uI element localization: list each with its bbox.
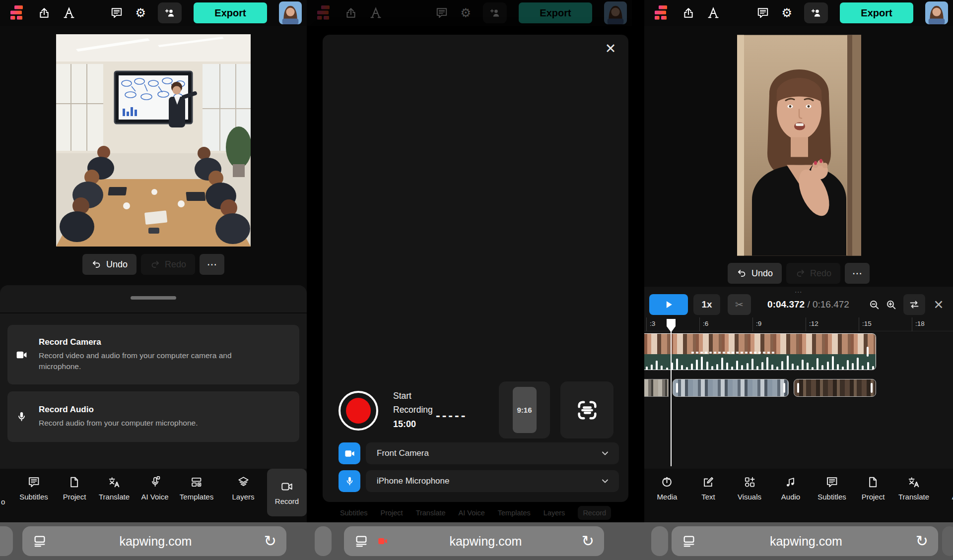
split-scissors-button[interactable]: ✂: [728, 294, 751, 315]
export-button[interactable]: Export: [840, 2, 913, 23]
teleprompter-script-button[interactable]: [560, 381, 613, 438]
camera-icon: [344, 448, 355, 459]
profile-avatar[interactable]: [279, 1, 302, 24]
toolbar-item-ai-voice[interactable]: AI Voice: [141, 476, 168, 501]
close-modal-button[interactable]: ✕: [601, 39, 620, 59]
address-bar[interactable]: kapwing.com ↻: [672, 526, 938, 556]
right-trim-handle[interactable]: [867, 347, 869, 357]
layers-icon: [237, 476, 250, 489]
toolbar-item-layers[interactable]: Layers: [232, 476, 254, 501]
more-options-button[interactable]: ⋯: [200, 254, 224, 275]
comments-icon[interactable]: [110, 6, 123, 19]
add-collaborator-button[interactable]: [158, 2, 182, 23]
font-style-icon[interactable]: [63, 6, 75, 19]
settings-gear-icon[interactable]: ⚙: [781, 7, 792, 19]
adjacent-tab-sliver[interactable]: [315, 526, 332, 556]
redo-button[interactable]: Redo: [141, 254, 195, 275]
toolbar-item-translate[interactable]: Translate: [99, 476, 130, 501]
playhead-line[interactable]: [671, 320, 672, 466]
redo-icon: [795, 268, 806, 279]
video-preview-canvas[interactable]: [737, 35, 861, 256]
profile-avatar[interactable]: [925, 1, 948, 24]
record-camera-option[interactable]: Record Camera Record video and audio fro…: [7, 325, 299, 384]
toolbar-partial-label[interactable]: o: [1, 498, 5, 506]
clip-walking-selected[interactable]: [673, 379, 789, 397]
export-button[interactable]: Export: [194, 2, 267, 23]
ruler-tick-label: :12: [809, 320, 818, 327]
toolbar-item-visuals[interactable]: Visuals: [738, 476, 761, 501]
undo-button[interactable]: Undo: [728, 263, 782, 284]
right-trim-handle[interactable]: [871, 383, 873, 393]
left-trim-handle[interactable]: [676, 383, 678, 393]
left-trim-handle[interactable]: [797, 383, 799, 393]
video-preview-canvas[interactable]: [56, 34, 251, 247]
address-bar[interactable]: kapwing.com ↻: [344, 526, 604, 556]
microphone-select[interactable]: iPhone Microphone: [366, 470, 619, 492]
zoom-in-button[interactable]: [883, 294, 899, 315]
toolbar-item-project[interactable]: Project: [862, 476, 885, 501]
app-header: ⚙ Export: [0, 0, 307, 26]
video-clip-selected[interactable]: [644, 333, 876, 370]
timeline-ruler[interactable]: :3 :6 :9 :12 :15 :18: [644, 317, 953, 331]
redo-button[interactable]: Redo: [786, 263, 840, 284]
toolbar-label: Subtitles: [817, 493, 846, 501]
chevron-down-icon: [600, 476, 610, 486]
right-trim-handle[interactable]: [783, 383, 785, 393]
sheet-drag-handle[interactable]: [131, 296, 176, 300]
toolbar-item-subtitles[interactable]: Subtitles: [19, 476, 48, 501]
comments-icon[interactable]: [756, 6, 769, 19]
toolbar-item-project[interactable]: Project: [63, 476, 86, 501]
upload-icon[interactable]: [682, 6, 695, 19]
current-time: 0:04.372: [767, 299, 805, 310]
reload-icon[interactable]: ↻: [582, 534, 594, 549]
toolbar-item-media[interactable]: Media: [657, 476, 678, 501]
toolbar-item-text[interactable]: Text: [701, 476, 715, 501]
more-options-button[interactable]: ⋯: [845, 263, 870, 284]
record-audio-option[interactable]: Record Audio Record audio from your comp…: [7, 391, 299, 442]
redo-label: Redo: [165, 259, 186, 270]
app-header: ⚙ Export: [644, 0, 953, 26]
adjacent-tab-sliver[interactable]: [0, 526, 13, 556]
settings-gear-icon[interactable]: ⚙: [135, 7, 146, 19]
toolbar-label: Templates: [180, 493, 213, 501]
camera-select[interactable]: Front Camera: [366, 442, 619, 464]
upload-icon[interactable]: [38, 6, 51, 19]
reader-view-icon[interactable]: [32, 534, 47, 549]
add-collaborator-button[interactable]: [804, 2, 828, 23]
aspect-ratio-button[interactable]: 9:16: [499, 381, 550, 438]
toolbar-item-templates[interactable]: Templates: [180, 476, 213, 501]
close-timeline-button[interactable]: ✕: [928, 294, 949, 315]
play-button[interactable]: [649, 294, 688, 315]
toolbar-item-audio[interactable]: Audio: [781, 476, 800, 501]
adjacent-tab-sliver[interactable]: [651, 526, 668, 556]
clip-interior-selected[interactable]: [794, 379, 876, 397]
kapwing-logo-icon[interactable]: [651, 4, 670, 22]
record-camera-description: Record video and audio from your compute…: [39, 350, 252, 373]
undo-button[interactable]: Undo: [82, 254, 136, 275]
toolbar-item-record-active[interactable]: Record: [267, 469, 307, 516]
record-audio-description: Record audio from your computer micropho…: [39, 418, 198, 429]
reader-view-icon[interactable]: [681, 534, 696, 549]
toolbar-item-subtitles[interactable]: Subtitles: [817, 476, 846, 501]
record-audio-texts: Record Audio Record audio from your comp…: [39, 405, 198, 429]
font-style-icon[interactable]: [707, 6, 720, 19]
reload-icon[interactable]: ↻: [916, 534, 928, 549]
url-text[interactable]: kapwing.com: [397, 534, 575, 549]
microphone-icon: [344, 476, 355, 487]
adjacent-tab-sliver[interactable]: [942, 526, 953, 556]
playback-speed-button[interactable]: 1x: [693, 294, 720, 315]
address-bar[interactable]: kapwing.com ↻: [22, 526, 286, 556]
clip-meeting[interactable]: [644, 379, 669, 397]
zoom-out-button[interactable]: [866, 294, 883, 315]
settings-gear-icon: ⚙: [460, 7, 471, 19]
kapwing-logo-icon: [314, 4, 333, 22]
url-text[interactable]: kapwing.com: [703, 534, 909, 549]
url-text[interactable]: kapwing.com: [54, 534, 257, 549]
start-recording-button[interactable]: [339, 391, 378, 431]
reader-view-icon[interactable]: [354, 534, 369, 549]
swap-clips-button[interactable]: [903, 294, 925, 315]
dim-toolbar-label: Translate: [416, 509, 446, 517]
kapwing-logo-icon[interactable]: [7, 4, 26, 22]
reload-icon[interactable]: ↻: [264, 534, 276, 549]
toolbar-item-translate[interactable]: Translate: [898, 476, 929, 501]
